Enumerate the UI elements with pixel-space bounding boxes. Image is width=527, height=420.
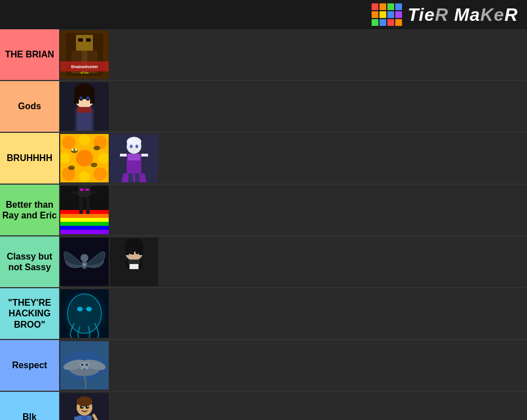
- svg-point-97: [86, 364, 88, 366]
- logo-grid-cell: [372, 19, 378, 26]
- svg-rect-63: [86, 197, 90, 214]
- tier-row-hacking: "THEY'RE HACKING BROO": [0, 288, 527, 340]
- svg-text:Shadowhunter: Shadowhunter: [71, 65, 99, 69]
- svg-rect-56: [60, 230, 109, 234]
- tier-row-bruhhhh: BRUHHHH: [0, 133, 527, 185]
- tier-items-hacking: [59, 288, 527, 339]
- tier-label-classy: Classy but not Sassy: [0, 236, 59, 287]
- svg-rect-2: [76, 35, 93, 51]
- logo-grid-cell: [379, 3, 386, 10]
- header: TieR MaKeR: [0, 0, 527, 29]
- logo-grid-cell: [379, 11, 386, 18]
- svg-point-34: [91, 163, 97, 167]
- svg-point-87: [77, 307, 83, 311]
- logo-grid-cell: [387, 3, 394, 10]
- svg-point-32: [93, 167, 107, 181]
- tier-label-hacking: "THEY'RE HACKING BROO": [0, 288, 59, 339]
- svg-point-69: [83, 263, 86, 266]
- logo-grid-cell: [372, 11, 378, 18]
- tier-items-better: [59, 185, 527, 235]
- tier-item-dark-person: [110, 238, 158, 286]
- svg-point-18: [80, 97, 82, 100]
- tier-label-gods: Gods: [0, 81, 59, 132]
- svg-text:of Ice: of Ice: [81, 71, 89, 74]
- svg-point-28: [76, 150, 93, 167]
- svg-rect-47: [120, 154, 127, 157]
- tier-items-classy: [59, 236, 527, 287]
- svg-rect-62: [79, 197, 83, 214]
- svg-rect-65: [91, 191, 97, 194]
- tier-items-gods: [59, 81, 527, 132]
- svg-rect-45: [128, 154, 140, 160]
- tier-row-gods: Gods: [0, 81, 527, 133]
- tier-item-dark-wings: [60, 238, 109, 286]
- svg-point-43: [136, 145, 139, 148]
- svg-point-36: [93, 146, 100, 150]
- tier-row-classy: Classy but not Sassy: [0, 236, 527, 288]
- tier-items-blk: [59, 392, 527, 420]
- svg-point-68: [81, 254, 88, 262]
- svg-point-31: [79, 171, 90, 182]
- svg-point-88: [86, 307, 92, 311]
- svg-point-41: [127, 137, 141, 147]
- tier-row-blk: Blk: [0, 392, 527, 420]
- tier-item-anime-character: [60, 82, 109, 131]
- svg-marker-46: [122, 173, 146, 182]
- svg-point-100: [88, 366, 90, 368]
- svg-point-77: [136, 249, 140, 254]
- svg-point-99: [79, 366, 81, 368]
- tier-item-creature-underwater: [60, 289, 109, 338]
- tier-label-bruhhhh: BRUHHHH: [0, 133, 59, 184]
- svg-rect-50: [135, 173, 140, 182]
- tiermaker-logo: TieR MaKeR: [372, 3, 518, 26]
- tier-items-bruhhhh: [59, 133, 527, 184]
- tier-label-the-brian: THE BRIAN: [0, 29, 59, 80]
- svg-rect-109: [82, 415, 87, 420]
- svg-rect-83: [128, 260, 140, 264]
- tier-items-respect: [59, 340, 527, 391]
- svg-point-42: [130, 145, 133, 148]
- svg-point-103: [77, 396, 92, 406]
- svg-point-37: [72, 149, 74, 151]
- svg-point-38: [75, 149, 77, 151]
- svg-rect-48: [141, 154, 148, 157]
- svg-point-96: [81, 364, 83, 366]
- svg-rect-64: [72, 191, 78, 194]
- tier-item-manta-ray: [60, 341, 109, 390]
- svg-rect-73: [125, 245, 129, 255]
- tier-row-the-brian: THE BRIAN: [0, 29, 527, 81]
- svg-point-25: [79, 134, 90, 145]
- svg-rect-49: [128, 173, 133, 182]
- logo-grid-cell: [387, 19, 394, 26]
- logo-grid-cell: [379, 19, 386, 26]
- logo-grid-cell: [372, 3, 378, 10]
- svg-point-107: [87, 406, 88, 407]
- tiermaker-app: TieR MaKeR THE BRIAN: [0, 0, 527, 420]
- svg-point-106: [82, 406, 83, 407]
- svg-rect-14: [74, 91, 79, 104]
- tier-item-enderman-rainbow: [60, 186, 109, 234]
- svg-rect-116: [74, 417, 77, 420]
- tier-row-respect: Respect: [0, 340, 527, 392]
- tier-items-the-brian: Shadowhunter of Ice: [59, 29, 527, 80]
- logo-grid-cell: [395, 19, 402, 26]
- tiers-area: THE BRIAN: [0, 29, 527, 420]
- svg-point-76: [129, 249, 133, 254]
- svg-rect-15: [90, 91, 95, 104]
- tier-row-better: Better than Ray and Eric: [0, 185, 527, 236]
- svg-rect-4: [86, 38, 91, 42]
- logo-text: TieR MaKeR: [408, 5, 518, 25]
- tier-item-bee-pattern: [60, 134, 109, 182]
- svg-point-105: [86, 405, 89, 409]
- svg-rect-74: [139, 245, 143, 255]
- tier-label-respect: Respect: [0, 340, 59, 391]
- tier-label-blk: Blk: [0, 392, 59, 420]
- svg-point-35: [68, 166, 75, 170]
- svg-point-24: [62, 136, 75, 149]
- tier-label-better: Better than Ray and Eric: [0, 185, 59, 235]
- svg-rect-3: [78, 38, 83, 42]
- svg-rect-61: [86, 189, 89, 191]
- logo-grid-cell: [395, 3, 402, 10]
- svg-rect-60: [80, 189, 83, 191]
- tier-item-standing-person: [60, 393, 109, 420]
